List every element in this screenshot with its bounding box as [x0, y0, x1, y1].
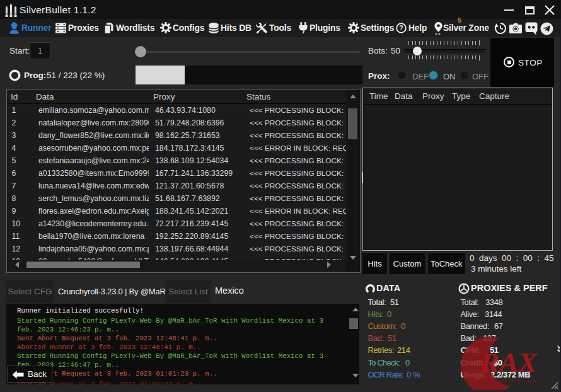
svg-text:?: ?: [399, 24, 403, 32]
